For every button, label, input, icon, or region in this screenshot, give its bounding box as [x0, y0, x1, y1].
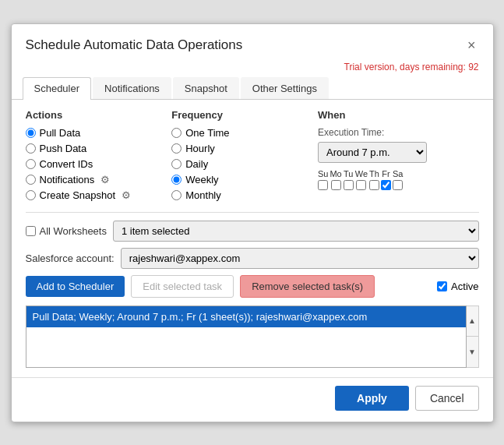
notifications-gear-icon: ⚙	[100, 174, 110, 185]
day-sa-label: Sa	[393, 169, 403, 178]
dialog-body: Actions Pull Data Push Data Convert IDs	[12, 100, 493, 377]
action-create-snapshot-radio[interactable]	[26, 190, 36, 200]
day-fr-checkbox[interactable]	[381, 180, 391, 190]
action-push-data-radio[interactable]	[26, 143, 36, 154]
action-convert-ids-label: Convert IDs	[40, 158, 93, 170]
freq-hourly[interactable]: Hourly	[171, 143, 318, 154]
day-sa: Sa	[393, 169, 403, 190]
close-button[interactable]: ×	[464, 37, 479, 54]
days-row: Su Mo Tu We	[318, 169, 479, 190]
scroll-down-button[interactable]: ▼	[467, 337, 478, 367]
active-row: Active	[437, 281, 478, 292]
active-checkbox[interactable]	[437, 281, 447, 291]
salesforce-row: Salesforce account: rajeshwari@xappex.co…	[26, 248, 479, 269]
tab-other-settings[interactable]: Other Settings	[241, 77, 329, 99]
all-worksheets-checkbox[interactable]	[26, 226, 36, 236]
exec-time-select[interactable]: Around 7 p.m.	[318, 142, 427, 163]
action-push-data-label: Push Data	[40, 143, 87, 154]
action-create-snapshot[interactable]: Create Snapshot ⚙	[26, 189, 172, 201]
action-create-snapshot-label: Create Snapshot	[40, 189, 116, 201]
freq-weekly-radio[interactable]	[171, 175, 182, 185]
when-header: When	[318, 109, 479, 121]
worksheets-row: All Worksheets 1 item selected	[26, 221, 479, 242]
day-we-checkbox[interactable]	[356, 180, 366, 190]
freq-one-time-label: One Time	[185, 127, 229, 139]
frequency-header: Frequency	[171, 109, 318, 121]
freq-weekly-label: Weekly	[185, 174, 218, 185]
day-su: Su	[318, 169, 328, 190]
action-pull-data-label: Pull Data	[40, 127, 81, 139]
freq-monthly[interactable]: Monthly	[171, 189, 318, 201]
freq-weekly[interactable]: Weekly	[171, 174, 318, 185]
day-mo: Mo	[330, 169, 341, 190]
freq-one-time-radio[interactable]	[171, 128, 182, 138]
task-list-scrollbar: ▲ ▼	[467, 305, 479, 368]
action-convert-ids-radio[interactable]	[26, 159, 36, 169]
day-we-label: We	[355, 169, 368, 178]
dialog: Schedule Automatic Data Operations × Tri…	[11, 23, 494, 422]
day-we: We	[355, 169, 368, 190]
day-sa-checkbox[interactable]	[393, 180, 403, 190]
freq-monthly-radio[interactable]	[171, 190, 182, 200]
day-fr-label: Fr	[382, 169, 389, 178]
tab-notifications[interactable]: Notifications	[93, 77, 171, 99]
freq-hourly-radio[interactable]	[171, 143, 182, 154]
freq-hourly-label: Hourly	[185, 143, 215, 154]
dialog-title: Schedule Automatic Data Operations	[26, 37, 243, 53]
freq-daily[interactable]: Daily	[171, 158, 318, 170]
action-convert-ids[interactable]: Convert IDs	[26, 158, 172, 170]
action-pull-data[interactable]: Pull Data	[26, 127, 172, 139]
frequency-col: Frequency One Time Hourly Daily	[171, 109, 318, 201]
day-tu: Tu	[344, 169, 354, 190]
when-col: When Execution Time: Around 7 p.m. Su Mo	[318, 109, 479, 201]
action-push-data[interactable]: Push Data	[26, 143, 172, 154]
day-th-checkbox[interactable]	[369, 180, 379, 190]
tab-snapshot[interactable]: Snapshot	[173, 77, 239, 99]
salesforce-select[interactable]: rajeshwari@xappex.com	[121, 248, 479, 269]
tab-scheduler[interactable]: Scheduler	[23, 77, 92, 100]
snapshot-gear-icon: ⚙	[122, 189, 131, 201]
day-su-label: Su	[318, 169, 328, 178]
day-mo-label: Mo	[330, 169, 341, 178]
active-label: Active	[451, 281, 478, 292]
columns: Actions Pull Data Push Data Convert IDs	[26, 109, 479, 201]
day-su-checkbox[interactable]	[318, 180, 328, 190]
actions-group: Pull Data Push Data Convert IDs Notifica…	[26, 127, 172, 201]
day-fr: Fr	[381, 169, 391, 190]
cancel-button[interactable]: Cancel	[415, 386, 479, 411]
button-row: Add to Scheduler Edit selected task Remo…	[26, 275, 479, 298]
scroll-up-button[interactable]: ▲	[467, 306, 478, 337]
all-worksheets-checkbox-row: All Worksheets	[26, 225, 107, 237]
day-tu-label: Tu	[344, 169, 353, 178]
add-to-scheduler-button[interactable]: Add to Scheduler	[26, 276, 125, 297]
edit-selected-task-button[interactable]: Edit selected task	[131, 275, 234, 298]
action-pull-data-radio[interactable]	[26, 128, 36, 138]
trial-notice: Trial version, days remaining: 92	[12, 62, 493, 77]
task-list-wrapper: Pull Data; Weekly; Around 7 p.m.; Fr (1 …	[26, 305, 479, 368]
task-item[interactable]: Pull Data; Weekly; Around 7 p.m.; Fr (1 …	[26, 306, 466, 327]
day-th-label: Th	[369, 169, 379, 178]
divider	[26, 212, 479, 213]
action-notifications-label: Notifications	[40, 174, 95, 185]
freq-monthly-label: Monthly	[185, 189, 221, 201]
freq-daily-radio[interactable]	[171, 159, 182, 169]
salesforce-label: Salesforce account:	[26, 253, 115, 264]
actions-col: Actions Pull Data Push Data Convert IDs	[26, 109, 172, 201]
day-th: Th	[369, 169, 379, 190]
dialog-header: Schedule Automatic Data Operations ×	[12, 24, 493, 62]
action-notifications[interactable]: Notifications ⚙	[26, 174, 172, 185]
tabs-bar: Scheduler Notifications Snapshot Other S…	[12, 77, 493, 100]
action-notifications-radio[interactable]	[26, 175, 36, 185]
day-tu-checkbox[interactable]	[344, 180, 354, 190]
frequency-group: One Time Hourly Daily Weekly	[171, 127, 318, 201]
worksheets-select[interactable]: 1 item selected	[113, 221, 479, 242]
freq-daily-label: Daily	[185, 158, 208, 170]
all-worksheets-label: All Worksheets	[40, 225, 107, 237]
task-list: Pull Data; Weekly; Around 7 p.m.; Fr (1 …	[26, 305, 467, 368]
exec-time-label: Execution Time:	[318, 127, 479, 138]
remove-selected-tasks-button[interactable]: Remove selected task(s)	[240, 275, 375, 298]
apply-button[interactable]: Apply	[335, 386, 409, 411]
freq-one-time[interactable]: One Time	[171, 127, 318, 139]
day-mo-checkbox[interactable]	[331, 180, 341, 190]
actions-header: Actions	[26, 109, 172, 121]
